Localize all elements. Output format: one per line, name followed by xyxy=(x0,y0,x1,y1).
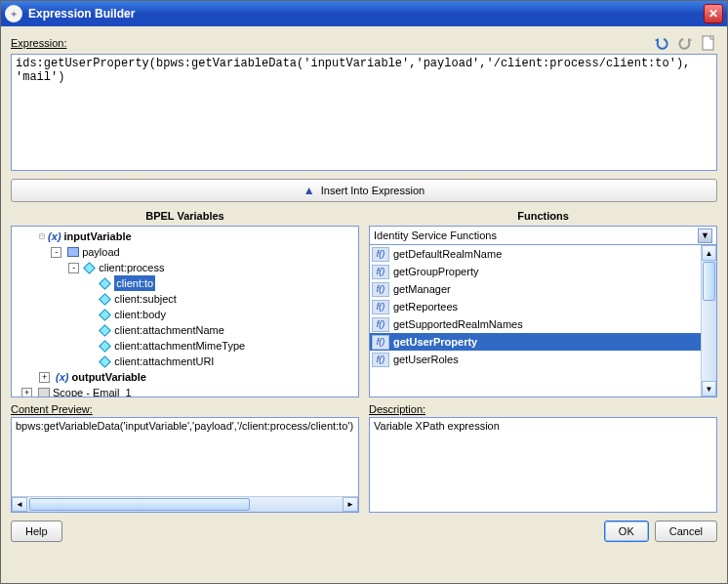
new-doc-icon[interactable] xyxy=(700,34,717,52)
function-category-value: Identity Service Functions xyxy=(374,229,497,241)
function-item-getreportees[interactable]: f()getReportees xyxy=(370,298,701,315)
tree-node-inputvariable[interactable]: inputVariable xyxy=(64,229,132,244)
element-icon xyxy=(99,293,111,306)
function-icon: f() xyxy=(372,300,389,314)
content-preview-value: bpws:getVariableData('inputVariable','pa… xyxy=(16,420,353,432)
function-icon: f() xyxy=(372,247,389,262)
content-preview-label: Content Preview: xyxy=(11,403,359,415)
functions-header: Functions xyxy=(369,206,717,226)
function-item-label: getSupportedRealmNames xyxy=(393,318,523,330)
cancel-button[interactable]: Cancel xyxy=(655,521,717,542)
tree-toggle[interactable]: + xyxy=(39,372,50,383)
element-icon xyxy=(99,309,111,321)
function-item-label: getUserProperty xyxy=(393,336,477,348)
function-item-getuserroles[interactable]: f()getUserRoles xyxy=(370,351,701,368)
help-button[interactable]: Help xyxy=(11,521,62,542)
function-category-dropdown[interactable]: Identity Service Functions ▼ xyxy=(369,226,717,245)
tree-node-clientto[interactable]: client:to xyxy=(114,275,155,291)
function-item-getdefaultrealmname[interactable]: f()getDefaultRealmName xyxy=(370,245,701,263)
expression-label: Expression: xyxy=(11,37,653,49)
tree-node-attachuri[interactable]: client:attachmentURI xyxy=(114,354,214,369)
function-item-label: getManager xyxy=(393,283,451,295)
function-item-getsupportedrealmnames[interactable]: f()getSupportedRealmNames xyxy=(370,315,701,333)
function-item-label: getDefaultRealmName xyxy=(393,248,502,260)
expression-input[interactable] xyxy=(11,54,717,171)
element-icon xyxy=(99,355,111,368)
tree-toggle[interactable]: - xyxy=(68,263,79,273)
element-icon xyxy=(99,324,111,337)
undo-icon[interactable] xyxy=(653,34,670,52)
chevron-down-icon: ▼ xyxy=(698,229,712,243)
insert-into-expression-button[interactable]: ▲ Insert Into Expression xyxy=(11,179,717,202)
variables-tree[interactable]: ⊟(x)inputVariable -payload -client:proce… xyxy=(11,226,359,397)
scroll-thumb[interactable] xyxy=(703,262,715,301)
tree-toggle[interactable]: - xyxy=(51,247,61,258)
insert-button-label: Insert Into Expression xyxy=(321,185,425,196)
ok-button[interactable]: OK xyxy=(604,521,649,542)
function-item-label: getReportees xyxy=(393,301,458,313)
scroll-right-icon[interactable]: ► xyxy=(343,497,358,512)
element-icon xyxy=(83,262,96,274)
function-item-label: getGroupProperty xyxy=(393,266,478,277)
payload-icon xyxy=(67,247,79,257)
function-item-label: getUserRoles xyxy=(393,354,459,365)
element-icon xyxy=(99,277,111,290)
element-icon xyxy=(99,340,111,353)
variables-header: BPEL Variables xyxy=(11,206,359,226)
tree-toggle[interactable]: + xyxy=(21,388,32,398)
description-label: Description: xyxy=(369,403,717,415)
scroll-left-icon[interactable]: ◄ xyxy=(12,497,27,512)
description-value: Variable XPath expression xyxy=(374,420,500,432)
title-bar[interactable]: ✦ Expression Builder ✕ xyxy=(1,1,727,26)
function-item-getuserproperty[interactable]: f()getUserProperty xyxy=(370,333,701,351)
tree-node-clientsubject[interactable]: client:subject xyxy=(114,291,177,307)
scope-icon xyxy=(38,388,50,397)
window-title: Expression Builder xyxy=(28,7,704,21)
tree-node-payload[interactable]: payload xyxy=(82,244,120,260)
scroll-down-icon[interactable]: ▼ xyxy=(702,381,716,396)
function-item-getmanager[interactable]: f()getManager xyxy=(370,280,701,298)
description-box: Variable XPath expression xyxy=(369,417,717,513)
function-icon: f() xyxy=(372,353,389,367)
content-preview-box: bpws:getVariableData('inputVariable','pa… xyxy=(11,417,359,513)
function-icon: f() xyxy=(372,265,389,279)
tree-node-clientbody[interactable]: client:body xyxy=(114,307,166,322)
function-icon: f() xyxy=(372,317,389,332)
tree-node-attachname[interactable]: client:attachmentName xyxy=(114,322,224,338)
tree-node-scope[interactable]: Scope - Email_1 xyxy=(53,385,132,397)
redo-icon[interactable] xyxy=(676,34,694,52)
horizontal-scrollbar[interactable]: ◄ ► xyxy=(12,496,358,512)
vertical-scrollbar[interactable]: ▲ ▼ xyxy=(701,245,716,396)
function-list[interactable]: f()getDefaultRealmNamef()getGroupPropert… xyxy=(369,245,717,397)
function-icon: f() xyxy=(372,335,389,350)
function-item-getgroupproperty[interactable]: f()getGroupProperty xyxy=(370,263,701,280)
scroll-up-icon[interactable]: ▲ xyxy=(702,245,716,261)
scroll-thumb[interactable] xyxy=(29,498,250,511)
function-icon: f() xyxy=(372,282,389,297)
svg-rect-0 xyxy=(703,36,713,50)
up-arrow-icon: ▲ xyxy=(303,184,315,197)
tree-node-outputvariable[interactable]: outputVariable xyxy=(72,369,146,385)
close-icon[interactable]: ✕ xyxy=(704,4,723,23)
app-icon: ✦ xyxy=(5,5,22,22)
tree-node-clientprocess[interactable]: client:process xyxy=(99,260,164,275)
tree-node-attachmime[interactable]: client:attachmentMimeType xyxy=(114,338,245,354)
